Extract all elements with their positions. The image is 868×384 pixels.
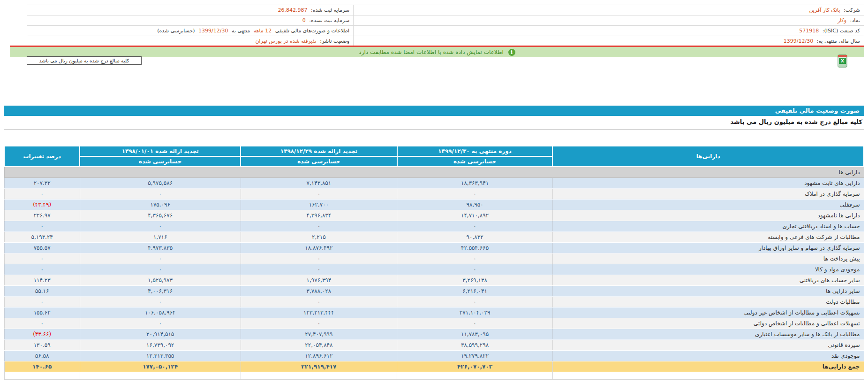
table-row: موجودی مواد و کالا۰۰۰۰ xyxy=(4,264,864,275)
registered-capital-label: سرمایه ثبت شده: xyxy=(311,7,349,13)
asset-name-cell: مطالبات از بانک ها و سایر موسسات اعتباری xyxy=(552,329,864,339)
value-cell: ۲۷۱,۱۰۴,۰۲۹ xyxy=(397,307,553,318)
table-row: موجودی نقد۱۹,۲۷۹,۸۲۲۱۲,۸۹۶,۶۱۲۱۲,۳۱۳,۳۵۵… xyxy=(4,350,864,361)
table-row: تسهیلات اعطایی و مطالبات از اشخاص غیر دو… xyxy=(4,307,864,318)
value-cell: ۱۷۷,۰۵۰,۱۲۴ xyxy=(80,361,241,372)
fiscal-year-cell: سال مالی منتهی به: 1399/12/30 xyxy=(354,36,864,46)
asset-name-cell: سرمایه گذاری در املاک xyxy=(552,188,864,199)
change-cell: ۰ xyxy=(4,253,80,264)
table-row: سرمایه گذاری در املاک۰۰۰۰ xyxy=(4,188,864,199)
table-row: مطالبات از بانک ها و سایر موسسات اعتباری… xyxy=(4,329,864,339)
value-cell: ۰ xyxy=(397,188,553,199)
change-cell: ۰ xyxy=(4,318,80,329)
asset-name-cell: مطالبات دولت xyxy=(552,296,864,307)
value-cell: ۲۰,۹۱۴,۵۱۵ xyxy=(80,329,241,339)
unregistered-capital-label: سرمایه ثبت نشده: xyxy=(309,17,349,23)
header-row: دارایی‌ها دوره منتهی به ۱۳۹۹/۱۲/۳۰ تجدید… xyxy=(4,146,864,156)
svg-text:X: X xyxy=(841,59,844,63)
value-cell: ۰ xyxy=(80,264,241,275)
assets-table-body: دارایی ها دارایی های ثابت مشهود۱۸,۳۶۳,۹۴… xyxy=(4,167,864,379)
change-cell: ۱۵۵.۶۲ xyxy=(4,307,80,318)
asset-name-cell: دارایی ها نامشهود xyxy=(552,210,864,221)
page: شرکت: بانک کار آفرین سرمایه ثبت شده: 26,… xyxy=(0,0,868,384)
change-cell: (۴۳.۴۹) xyxy=(4,199,80,210)
empty-cell xyxy=(241,372,397,379)
value-cell: ۱۶,۷۳۹,۰۹۲ xyxy=(80,339,241,350)
subheader-audited: حسابرسی شده xyxy=(397,156,553,167)
value-cell: ۰ xyxy=(241,264,397,275)
value-cell: ۰ xyxy=(241,188,397,199)
change-cell: ۷۵۵.۵۷ xyxy=(4,242,80,253)
value-cell: ۰ xyxy=(397,318,553,329)
change-cell: ۲۰۷.۳۲ xyxy=(4,177,80,188)
value-cell: ۱۲۳,۲۱۳,۴۴۴ xyxy=(241,307,397,318)
value-cell: ۵,۹۷۵,۵۸۶ xyxy=(80,177,241,188)
asset-name-cell: جمع دارایی‌ها xyxy=(552,361,864,372)
value-cell: ۴,۹۷۳,۸۳۵ xyxy=(80,242,241,253)
category-row-assets: دارایی ها xyxy=(4,167,864,177)
company-value: بانک کار آفرین xyxy=(809,7,840,13)
value-cell: ۰ xyxy=(397,253,553,264)
col-header-period-1399-12-30: دوره منتهی به ۱۳۹۹/۱۲/۳۰ xyxy=(397,146,553,156)
signature-match-text: اطلاعات نمایش داده شده با اطلاعات امضا ش… xyxy=(359,49,504,55)
value-cell: ۰ xyxy=(241,318,397,329)
value-cell: ۱,۷۱۶ xyxy=(80,231,241,242)
isic-value: 571918 xyxy=(799,28,819,34)
signature-match-banner: i اطلاعات نمایش داده شده با اطلاعات امضا… xyxy=(10,46,864,57)
change-cell: ۵۵.۱۶ xyxy=(4,285,80,296)
report-audited-text: (حسابرسی شده) xyxy=(157,28,195,34)
value-cell: ۱,۵۲۵,۹۷۳ xyxy=(80,275,241,285)
value-cell: ۱۶۲,۷۰۰ xyxy=(241,199,397,210)
value-cell: ۲۲۱,۹۱۹,۴۱۷ xyxy=(241,361,397,372)
table-row: سایر حساب های دریافتنی۳,۲۶۹,۱۳۸۱,۹۷۶,۳۹۴… xyxy=(4,275,864,285)
table-row: دارایی های ثابت مشهود۱۸,۳۶۳,۹۴۱۷,۱۴۳,۸۵۱… xyxy=(4,177,864,188)
report-date-value: 1399/12/30 xyxy=(198,28,228,34)
change-cell: ۵,۱۹۳.۲۴ xyxy=(4,231,80,242)
value-cell: ۳,۷۸۸,۰۲۸ xyxy=(241,285,397,296)
value-cell: ۰ xyxy=(241,221,397,231)
asset-name-cell: مطالبات از شرکت های فرعی و وابسته xyxy=(552,231,864,242)
company-cell: شرکت: بانک کار آفرین xyxy=(354,5,864,15)
value-cell: ۲۲,۰۵۴,۸۴۸ xyxy=(241,339,397,350)
change-cell: ۵۶.۵۸ xyxy=(4,350,80,361)
unit-note-row: کلیه مبالغ درج شده به میلیون ریال می باش… xyxy=(4,116,864,130)
table-row: سرقفلی۹۸,۹۵۰۱۶۲,۷۰۰۱۷۵,۰۹۶(۴۳.۴۹) xyxy=(4,199,864,210)
asset-name-cell: موجودی مواد و کالا xyxy=(552,264,864,275)
report-period-value: 12 ماهه xyxy=(254,28,272,34)
table-row: تسهیلات اعطایی و مطالبات از اشخاص دولتی۰… xyxy=(4,318,864,329)
col-header-assets: دارایی‌ها xyxy=(552,146,864,167)
asset-name-cell: پیش پرداخت ها xyxy=(552,253,864,264)
report-info-cell: اطلاعات و صورت‌های مالی تلفیقی 12 ماهه م… xyxy=(27,26,354,36)
report-info-text: منتهی به xyxy=(232,28,250,34)
registered-capital-value: 26,842,987 xyxy=(278,7,308,13)
publisher-status-value: پذیرفته شده در بورس تهران xyxy=(255,38,316,44)
value-cell: ۱۹,۲۷۹,۸۲۲ xyxy=(397,350,553,361)
value-cell: ۱۰۶,۰۵۸,۹۶۴ xyxy=(80,307,241,318)
isic-label: کد صنعت (ISIC): xyxy=(823,28,860,34)
change-cell: ۰ xyxy=(4,264,80,275)
unregistered-capital-cell: سرمایه ثبت نشده: 0 xyxy=(27,15,354,26)
table-row: حساب ها و اسناد دریافتنی تجاری۰۰۰۰ xyxy=(4,221,864,231)
value-cell: ۴,۰۰۶,۳۱۶ xyxy=(80,285,241,296)
asset-name-cell: سرمایه گذاری در سهام و سایر اوراق بهادار xyxy=(552,242,864,253)
unit-note-box: کلیه مبالغ درج شده به میلیون ریال می باش… xyxy=(27,56,142,65)
asset-name-cell: سایر حساب های دریافتنی xyxy=(552,275,864,285)
asset-name-cell: تسهیلات اعطایی و مطالبات از اشخاص دولتی xyxy=(552,318,864,329)
category-label: دارایی ها xyxy=(4,167,864,177)
info-row: کد صنعت (ISIC): 571918 اطلاعات و صورت‌ها… xyxy=(27,26,864,36)
asset-name-cell: تسهیلات اعطایی و مطالبات از اشخاص غیر دو… xyxy=(552,307,864,318)
value-cell: ۳۸,۵۹۹,۲۹۸ xyxy=(397,339,553,350)
value-cell: ۳,۲۶۹,۱۳۸ xyxy=(397,275,553,285)
excel-export-icon[interactable]: X xyxy=(838,54,847,68)
value-cell: ۰ xyxy=(241,296,397,307)
change-cell: ۰ xyxy=(4,221,80,231)
value-cell: ۱۷۵,۰۹۶ xyxy=(80,199,241,210)
info-icon: i xyxy=(508,49,515,56)
value-cell: ۰ xyxy=(80,188,241,199)
report-info-text: اطلاعات و صورت‌های مالی تلفیقی xyxy=(275,28,349,34)
value-cell: ۶,۲۱۶,۰۴۱ xyxy=(397,285,553,296)
table-row: سرمایه گذاری در سهام و سایر اوراق بهادار… xyxy=(4,242,864,253)
table-row: دارایی ها نامشهود۱۴,۷۱۰,۸۹۲۴,۳۹۶,۸۳۴۴,۳۶… xyxy=(4,210,864,221)
empty-cell xyxy=(552,372,864,379)
company-info-table: شرکت: بانک کار آفرین سرمایه ثبت شده: 26,… xyxy=(27,5,864,46)
